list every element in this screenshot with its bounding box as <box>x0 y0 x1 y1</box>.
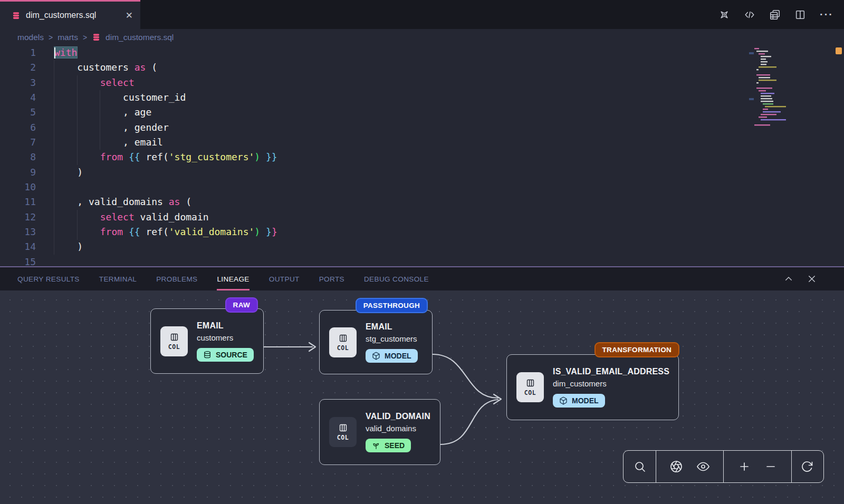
refresh-icon[interactable] <box>801 460 813 473</box>
dbt-icon[interactable] <box>718 9 730 21</box>
split-editor-icon[interactable] <box>794 9 806 21</box>
panel-tab-output[interactable]: OUTPUT <box>269 275 300 283</box>
code-editor[interactable]: 1with2 customers as (3 select4 customer_… <box>0 45 844 266</box>
code-token: customers <box>54 62 135 73</box>
code-token: as <box>169 196 180 207</box>
database-icon <box>203 351 212 359</box>
node-title: IS_VALID_EMAIL_ADDRESS <box>553 367 669 376</box>
panel-tab-debug-console[interactable]: DEBUG CONSOLE <box>364 275 429 283</box>
lineage-tag-passthrough: PASSTHROUGH <box>356 298 428 313</box>
code-line[interactable]: 3 select <box>0 75 844 90</box>
materialization-badge-seed[interactable]: SEED <box>366 439 411 452</box>
cube-icon <box>372 352 380 360</box>
code-line[interactable]: 10 <box>0 180 844 195</box>
panel-close-icon[interactable] <box>807 274 817 284</box>
lineage-node-dim_customers[interactable]: TRANSFORMATIONCOLIS_VALID_EMAIL_ADDRESSd… <box>506 354 679 420</box>
text-cursor <box>54 47 55 59</box>
panel-tab-problems[interactable]: PROBLEMS <box>156 275 197 283</box>
code-token: ) <box>254 226 260 237</box>
code-line[interactable]: 13 from {{ ref('valid_domains') }} <box>0 225 844 239</box>
materialization-badge-source[interactable]: SOURCE <box>197 348 254 362</box>
zoom-out-icon[interactable] <box>764 460 777 473</box>
code-icon[interactable] <box>744 9 755 21</box>
panel-tab-query-results[interactable]: QUERY RESULTS <box>17 275 80 283</box>
column-chip[interactable]: COL <box>160 326 188 356</box>
breadcrumb-separator: > <box>49 33 53 42</box>
code-line[interactable]: 7 , email <box>0 135 844 150</box>
copy-table-icon[interactable] <box>769 9 781 21</box>
panel-tab-terminal[interactable]: TERMINAL <box>99 275 137 283</box>
breadcrumb: models > marts > dim_customers.sql <box>0 29 844 45</box>
code-token: {{ <box>129 226 140 237</box>
search-icon[interactable] <box>634 460 646 473</box>
code-line[interactable]: 5 , age <box>0 105 844 120</box>
code-token: select <box>100 77 135 88</box>
code-line[interactable]: 9 ) <box>0 165 844 180</box>
materialization-badge-model[interactable]: MODEL <box>553 394 605 408</box>
line-number: 6 <box>0 120 36 135</box>
code-line[interactable]: 12 select valid_domain <box>0 210 844 225</box>
code-line[interactable]: 8 from {{ ref('stg_customers') }} <box>0 150 844 164</box>
code-token: customer_id <box>54 92 186 103</box>
code-token: 'valid_domains' <box>169 226 255 237</box>
code-token: with <box>54 47 77 58</box>
line-number: 8 <box>0 150 36 164</box>
breadcrumb-models[interactable]: models <box>17 33 44 42</box>
aperture-icon[interactable] <box>670 460 683 473</box>
materialization-label: SOURCE <box>216 351 247 359</box>
seedling-icon <box>372 441 380 450</box>
lineage-node-valid_domains[interactable]: COLVALID_DOMAINvalid_domainsSEED <box>319 399 440 465</box>
code-line[interactable]: 14 ) <box>0 239 844 254</box>
code-line[interactable]: 1with <box>0 45 844 60</box>
code-token <box>260 151 266 162</box>
code-token: }} <box>266 151 277 162</box>
column-chip[interactable]: COL <box>516 372 544 402</box>
more-actions-icon[interactable]: ··· <box>820 8 833 21</box>
code-line[interactable]: 6 , gender <box>0 120 844 135</box>
materialization-label: MODEL <box>572 396 599 405</box>
indent-guide <box>100 90 100 150</box>
lineage-canvas[interactable]: RAWCOLEMAILcustomersSOURCEPASSTHROUGHCOL… <box>0 290 844 504</box>
column-chip-label: COL <box>337 344 349 352</box>
column-chip-label: COL <box>168 343 180 351</box>
lineage-tag-raw: RAW <box>225 297 258 313</box>
panel-tab-ports[interactable]: PORTS <box>319 275 344 283</box>
zoom-in-icon[interactable] <box>738 460 751 473</box>
database-icon <box>12 11 21 20</box>
tab-close-icon[interactable]: ✕ <box>126 10 133 21</box>
code-line[interactable]: 4 customer_id <box>0 90 844 105</box>
code-line[interactable]: 2 customers as ( <box>0 60 844 75</box>
panel-chevron-up-icon[interactable] <box>784 274 793 284</box>
code-token: {{ <box>129 151 140 162</box>
columns-icon <box>338 333 348 343</box>
column-chip-label: COL <box>337 434 349 441</box>
lineage-node-stg_customers[interactable]: PASSTHROUGHCOLEMAILstg_customersMODEL <box>319 310 433 374</box>
code-token: , email <box>54 137 163 148</box>
materialization-badge-model[interactable]: MODEL <box>366 349 418 363</box>
indent-guide <box>54 60 54 255</box>
code-token: from <box>100 226 123 237</box>
panel-tabs: QUERY RESULTSTERMINALPROBLEMSLINEAGEOUTP… <box>0 267 844 290</box>
code-token: ( <box>180 196 191 207</box>
lineage-node-customers[interactable]: RAWCOLEMAILcustomersSOURCE <box>150 308 264 374</box>
line-number: 5 <box>0 105 36 120</box>
editor-actions: ··· <box>718 0 833 29</box>
tab-dim-customers[interactable]: dim_customers.sql ✕ <box>0 0 140 29</box>
minimap[interactable] <box>753 47 812 137</box>
column-chip-label: COL <box>524 389 536 396</box>
column-chip[interactable]: COL <box>329 417 357 447</box>
node-subtitle: valid_domains <box>366 424 430 433</box>
eye-icon[interactable] <box>697 460 709 473</box>
code-line[interactable]: 15 <box>0 255 844 266</box>
indent-guide <box>77 210 78 240</box>
code-line[interactable]: 11 , valid_domains as ( <box>0 195 844 209</box>
panel-tab-lineage[interactable]: LINEAGE <box>217 275 249 283</box>
breadcrumb-file[interactable]: dim_customers.sql <box>106 33 174 42</box>
code-lines: 1with2 customers as (3 select4 customer_… <box>0 45 844 266</box>
code-token: 'stg_customers' <box>169 151 255 162</box>
lineage-tag-transformation: TRANSFORMATION <box>594 342 679 357</box>
column-chip[interactable]: COL <box>329 327 357 357</box>
code-token <box>260 226 266 237</box>
tab-bar: dim_customers.sql ✕ ··· <box>0 0 844 29</box>
breadcrumb-marts[interactable]: marts <box>57 33 78 42</box>
